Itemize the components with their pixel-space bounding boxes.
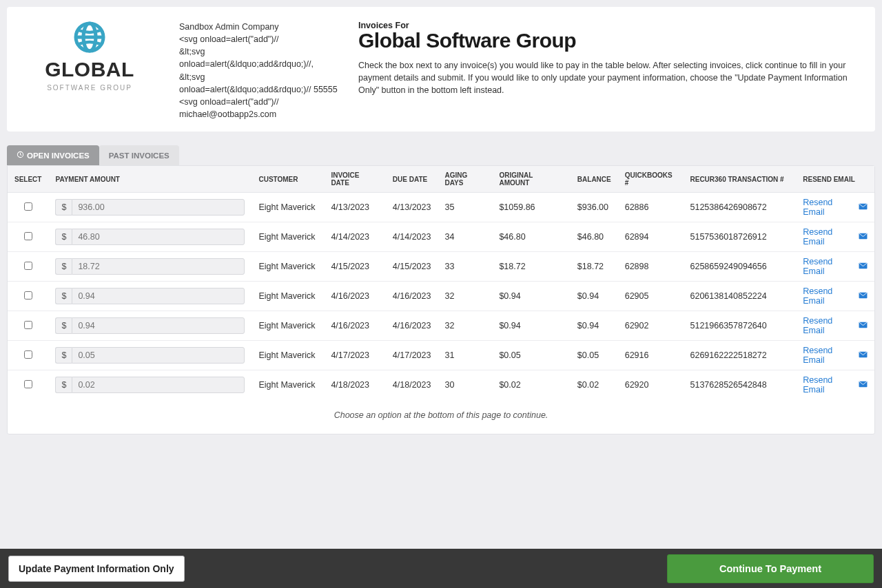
cell-customer: Eight Maverick [252,282,324,311]
resend-email-link[interactable]: Resend Email [803,346,868,365]
tab-past-invoices[interactable]: PAST INVOICES [99,145,179,165]
tab-open-invoices[interactable]: OPEN INVOICES [7,145,99,165]
cell-quickbooks: 62905 [618,282,684,311]
payment-amount-input[interactable] [72,347,245,364]
header-card: GLOBAL SOFTWARE GROUP Sandbox Admin Comp… [7,7,875,132]
cell-aging-days: 34 [438,222,492,252]
logo-block: GLOBAL SOFTWARE GROUP [21,18,158,120]
cell-original-amount: $0.94 [492,282,570,311]
mail-icon [859,321,868,330]
cell-customer: Eight Maverick [252,311,324,341]
th-customer: CUSTOMER [252,166,324,193]
continue-to-payment-button[interactable]: Continue To Payment [667,554,874,583]
currency-prefix: $ [55,288,72,304]
resend-email-link[interactable]: Resend Email [803,257,868,276]
resend-email-link[interactable]: Resend Email [803,198,868,217]
cell-transaction: 6258659249094656 [683,252,796,282]
mail-icon [859,380,868,390]
th-quickbooks: QUICKBOOKS # [618,166,684,193]
company-line-4: <svg onload=alert("add")// [179,96,338,108]
footer-bar: Update Payment Information Only Continue… [0,549,882,588]
resend-email-link[interactable]: Resend Email [803,375,868,395]
footnote: Choose an option at the bottom of this p… [8,399,874,434]
table-row: $Eight Maverick4/17/20234/17/202331$0.05… [8,341,874,370]
cell-due-date: 4/17/2023 [386,341,438,370]
table-row: $Eight Maverick4/13/20234/13/202335$1059… [8,193,874,222]
row-select-checkbox[interactable] [24,291,32,300]
resend-email-link[interactable]: Resend Email [803,227,868,246]
cell-transaction: 5125386426908672 [683,193,796,222]
cell-transaction: 5121966357872640 [683,311,796,341]
cell-original-amount: $46.80 [492,222,570,252]
cell-due-date: 4/15/2023 [386,252,438,282]
row-select-checkbox[interactable] [24,262,32,270]
cell-balance: $0.94 [571,311,618,341]
th-due-date: DUE DATE [386,166,438,193]
cell-quickbooks: 62894 [618,222,684,252]
cell-customer: Eight Maverick [252,370,324,400]
cell-balance: $18.72 [571,252,618,282]
th-aging-days: AGING DAYS [438,166,492,193]
invoices-for-desc: Check the box next to any invoice(s) you… [358,59,861,96]
cell-balance: $46.80 [571,222,618,252]
cell-customer: Eight Maverick [252,193,324,222]
cell-transaction: 5157536018726912 [683,222,796,252]
table-row: $Eight Maverick4/15/20234/15/202333$18.7… [8,252,874,282]
cell-customer: Eight Maverick [252,222,324,252]
th-balance: BALANCE [571,166,618,193]
invoices-for-title: Global Software Group [358,29,861,52]
cell-aging-days: 35 [438,193,492,222]
row-select-checkbox[interactable] [24,380,32,388]
cell-quickbooks: 62902 [618,311,684,341]
cell-due-date: 4/14/2023 [386,222,438,252]
company-line-3: &lt;svg onload=alert(&ldquo;add&rdquo;)/… [179,45,338,96]
cell-due-date: 4/13/2023 [386,193,438,222]
payment-amount-input[interactable] [72,317,245,334]
mail-icon [859,291,868,301]
cell-quickbooks: 62886 [618,193,684,222]
cell-balance: $0.94 [571,282,618,311]
cell-quickbooks: 62916 [618,341,684,370]
invoices-for: Invoices For Global Software Group Check… [358,18,861,120]
cell-balance: $936.00 [571,193,618,222]
th-select: SELECT [8,166,48,193]
logo-name: GLOBAL [21,58,158,81]
update-payment-button[interactable]: Update Payment Information Only [8,556,185,582]
cell-original-amount: $0.02 [492,370,570,400]
currency-prefix: $ [55,347,72,364]
company-email: michael@ootbapp2s.com [179,108,338,120]
tab-past-label: PAST INVOICES [109,151,170,160]
mail-icon [859,262,868,271]
payment-amount-input[interactable] [72,229,245,245]
row-select-checkbox[interactable] [24,321,32,329]
cell-aging-days: 32 [438,311,492,341]
invoice-table: SELECT PAYMENT AMOUNT CUSTOMER INVOICE D… [7,165,875,434]
payment-amount-input[interactable] [72,377,245,393]
currency-prefix: $ [55,199,72,216]
payment-amount-input[interactable] [72,258,245,275]
cell-customer: Eight Maverick [252,341,324,370]
row-select-checkbox[interactable] [24,350,32,359]
table-row: $Eight Maverick4/16/20234/16/202332$0.94… [8,282,874,311]
th-invoice-date: INVOICE DATE [324,166,385,193]
cell-due-date: 4/16/2023 [386,311,438,341]
cell-customer: Eight Maverick [252,252,324,282]
cell-original-amount: $0.94 [492,311,570,341]
cell-aging-days: 30 [438,370,492,400]
currency-prefix: $ [55,317,72,334]
company-line-1: Sandbox Admin Company [179,21,338,33]
payment-amount-input[interactable] [72,199,245,216]
resend-email-link[interactable]: Resend Email [803,316,868,335]
cell-aging-days: 31 [438,341,492,370]
company-info: Sandbox Admin Company <svg onload=alert(… [179,18,338,120]
cell-invoice-date: 4/18/2023 [324,370,385,400]
resend-email-link[interactable]: Resend Email [803,286,868,306]
currency-prefix: $ [55,377,72,393]
cell-due-date: 4/18/2023 [386,370,438,400]
row-select-checkbox[interactable] [24,232,32,240]
mail-icon [859,202,868,212]
mail-icon [859,232,868,242]
table-row: $Eight Maverick4/16/20234/16/202332$0.94… [8,311,874,341]
payment-amount-input[interactable] [72,288,245,304]
row-select-checkbox[interactable] [24,202,32,211]
